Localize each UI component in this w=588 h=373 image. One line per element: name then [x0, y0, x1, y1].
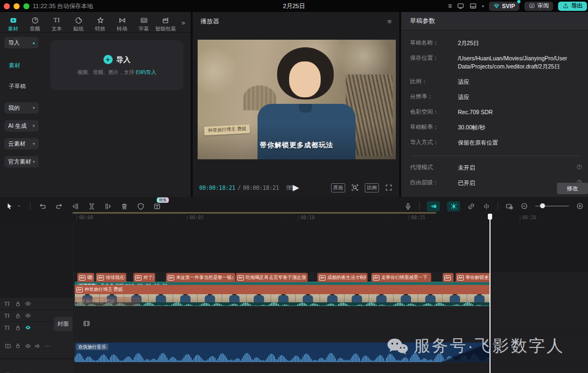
eye-icon[interactable] [24, 324, 32, 331]
draft-row: 导入方式： 保留在原有位置 [410, 139, 579, 147]
sidebar-item-子草稿[interactable]: 子草稿 [9, 83, 26, 90]
svip-notification-dot [517, 0, 520, 3]
display-icon[interactable] [457, 2, 464, 10]
review-button[interactable]: 审阅 [524, 2, 553, 11]
zoom-slider-knob[interactable] [540, 203, 545, 208]
play-button[interactable]: ▶ [293, 183, 299, 192]
import-button[interactable]: + 导入 [103, 55, 131, 65]
preview-zoom-icon[interactable] [351, 184, 359, 191]
text-icon[interactable]: TI [4, 325, 10, 331]
player-controls: 00:00:18:21 / 00:00:18:21 ▶ 原画 比例 [193, 179, 399, 196]
subtitle-clip[interactable]: A≡ 成都的夜生活才刚刚开始 [317, 273, 367, 282]
ruler-tick: |00:05 [187, 215, 204, 220]
lock-icon[interactable] [15, 313, 21, 319]
subtitle-clip[interactable]: A≡ 吃饱喝足再去宽窄巷子溜达溜达 [236, 273, 308, 282]
sidebar-item-云素材[interactable]: 云素材 ▾ [4, 138, 39, 150]
text-overlay-clip[interactable]: A≡ 种草旅行博主 费妮 [75, 285, 491, 294]
layout-icon[interactable] [469, 2, 477, 10]
shield-icon[interactable] [137, 202, 145, 210]
caret-icon[interactable] [16, 203, 22, 209]
subtitle-clip[interactable]: A≡ 来这第一件事当然是整一顿火锅 [166, 273, 235, 282]
text-icon[interactable]: TI [4, 313, 10, 319]
minimize-traffic-light[interactable] [14, 3, 20, 9]
export-button[interactable]: 导出 [558, 2, 587, 11]
playhead-handle[interactable] [488, 214, 492, 220]
lock-icon[interactable] [15, 343, 21, 349]
subtitle-clip[interactable]: A≡ 对了朋友们 [133, 273, 155, 282]
sidebar-group-label: AI 生成 [8, 122, 27, 130]
subtitle-clip[interactable]: A≡ 猜猜我在哪 [96, 273, 126, 282]
lock-icon[interactable] [15, 325, 21, 331]
zoom-in-icon[interactable] [576, 202, 584, 210]
timeline-ruler[interactable]: |00:00|00:05|00:10|00:15|00:20 [75, 214, 588, 223]
frame-list-icon[interactable] [286, 184, 293, 191]
undo-icon[interactable] [39, 202, 47, 210]
sidebar-item-素材[interactable]: 素材 [9, 62, 20, 70]
tab-overflow-chevrons[interactable]: » [181, 15, 189, 27]
media-sidebar: 导入 ▴素材子草稿我的 ▾AI 生成 ▾云素材 ▾官方素材 ▾ [0, 33, 44, 197]
subtitle-clip[interactable]: A≡ 带你解锁更多成都玩法 [456, 273, 491, 282]
text-clip-icon: A≡ [79, 275, 85, 281]
import-dropzone[interactable]: + 导入 视频、音频、图片，支持 扫码导入 [50, 40, 183, 90]
subtitle-clip[interactable]: A≡ 嗯哈 [77, 273, 94, 282]
mic-icon[interactable] [404, 202, 412, 210]
delete-icon[interactable] [120, 202, 128, 210]
eye-icon[interactable] [24, 343, 32, 350]
quality-button[interactable]: 原画 [331, 183, 345, 192]
fullscreen-icon[interactable] [385, 184, 393, 191]
trim-right-icon[interactable] [104, 202, 112, 210]
text-template-icon[interactable]: 限免 [153, 202, 161, 210]
draft-row-value: 适应 [458, 93, 579, 101]
text-icon[interactable]: TI [4, 301, 10, 307]
split-icon[interactable] [88, 202, 96, 210]
cover-button[interactable]: 封面 [54, 317, 72, 331]
speaker-icon[interactable] [34, 343, 41, 350]
main-track-placeholder-icon[interactable] [83, 320, 90, 327]
timeline-zoom-slider[interactable] [535, 206, 569, 207]
preview-axis-icon[interactable] [505, 202, 513, 210]
sidebar-item-我的[interactable]: 我的 ▾ [4, 102, 39, 114]
sidebar-item-官方素材[interactable]: 官方素材 ▾ [4, 156, 39, 167]
tab-音频[interactable]: 音频 [24, 15, 46, 33]
tab-转场[interactable]: 转场 [111, 15, 133, 33]
draft-row-value: Rec.709 SDR [458, 108, 579, 116]
trim-left-icon[interactable] [71, 202, 79, 210]
text-clip-label: 种草旅行博主 费妮 [76, 299, 114, 305]
zoom-traffic-light[interactable] [23, 3, 29, 9]
close-traffic-light[interactable] [4, 3, 10, 9]
tab-智能包装[interactable]: 智能包装 [155, 15, 176, 33]
media-tabbar: 素材 音频TI 文本 贴纸 特效 转场 字幕 智能包装» [0, 12, 191, 33]
help-icon[interactable] [576, 164, 583, 170]
subtitle-clip[interactable]: A≡ 记 [443, 273, 454, 282]
text-overlay-clip-hidden[interactable]: A≡ 种草旅行博主 费妮 [75, 297, 140, 306]
video-icon[interactable] [4, 343, 11, 350]
ratio-button[interactable]: 比例 [365, 183, 379, 192]
lock-icon[interactable] [15, 301, 21, 307]
magnet-icon[interactable] [427, 201, 440, 212]
sidebar-item-导入[interactable]: 导入 ▴ [4, 37, 39, 48]
linkage-icon[interactable] [447, 201, 460, 212]
modify-button[interactable]: 修改 [557, 183, 588, 194]
qr-import-link[interactable]: 扫码导入 [136, 69, 156, 75]
hamburger-icon[interactable]: ≡ [448, 2, 452, 10]
tab-字幕[interactable]: 字幕 [133, 15, 155, 33]
sidebar-item-AI 生成[interactable]: AI 生成 ▾ [4, 120, 39, 132]
layout-caret-icon[interactable]: ▾ [482, 4, 484, 9]
svip-button[interactable]: SVIP [489, 2, 519, 11]
zoom-out-icon[interactable] [520, 202, 528, 210]
tab-贴纸[interactable]: 贴纸 [68, 15, 89, 33]
subtitle-clip[interactable]: A≡ 走带你们锦里感受一下 [371, 273, 431, 282]
video-preview[interactable]: 种草旅行博主 费妮 带你解锁更多成都玩法 [198, 40, 396, 159]
tab-特效[interactable]: 特效 [89, 15, 111, 33]
tab-文本[interactable]: TI 文本 [46, 15, 68, 33]
cursor-icon[interactable] [5, 202, 14, 210]
redo-icon[interactable] [55, 202, 63, 210]
eye-icon[interactable] [24, 300, 32, 307]
separate-icon[interactable] [482, 202, 491, 210]
eye-icon[interactable] [24, 312, 32, 319]
link-icon[interactable] [467, 202, 475, 210]
tab-素材[interactable]: 素材 [2, 15, 24, 33]
player-menu-icon[interactable]: ≡ [387, 17, 391, 26]
review-label: 审阅 [537, 2, 549, 10]
more-icon[interactable]: ⋯ [45, 343, 51, 350]
